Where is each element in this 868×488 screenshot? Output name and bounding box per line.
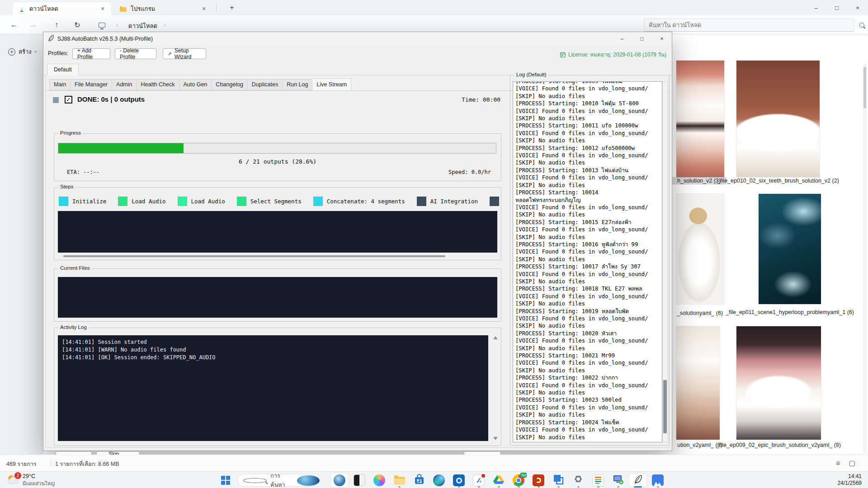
scroll-down-icon[interactable] xyxy=(493,437,498,440)
taskbar-settings[interactable] xyxy=(570,474,587,487)
explorer-tab-programs[interactable]: โปรแกรม × xyxy=(114,2,212,15)
desktop: ↓ ดาวน์โหลด × โปรแกรม × + – □ × ← → ↑ ↻ … xyxy=(0,0,868,488)
explorer-tab-downloads[interactable]: ↓ ดาวน์โหลด × xyxy=(13,2,111,15)
search-icon xyxy=(859,23,864,28)
maximize-button[interactable]: □ xyxy=(826,0,847,15)
taskbar-m-app[interactable] xyxy=(649,474,666,487)
step-color-swatch xyxy=(118,197,127,206)
taskbar-outlook[interactable] xyxy=(450,474,467,487)
tab-changelog[interactable]: Changelog xyxy=(212,79,247,90)
list-view-icon[interactable]: ≡ xyxy=(836,459,840,467)
remote-pc-icon xyxy=(613,474,624,487)
tab-live-stream[interactable]: Live Stream xyxy=(312,78,351,90)
up-icon[interactable]: ↑ xyxy=(51,19,62,30)
item-count: 469 รายการ xyxy=(6,460,37,469)
close-button[interactable]: × xyxy=(652,32,672,46)
autobatch-titlebar[interactable]: SJ88 AutoBatch v26.5.3 (Multi-Profile) –… xyxy=(43,32,672,46)
contrast-app-icon xyxy=(354,474,365,486)
tab-auto-gen[interactable]: Auto Gen xyxy=(179,79,212,90)
stop-indicator-icon[interactable] xyxy=(53,97,59,103)
mountain-app-icon xyxy=(652,474,664,486)
refresh-icon[interactable]: ↻ xyxy=(71,19,83,30)
progress-bar xyxy=(58,143,496,154)
tab-file-manager[interactable]: File Manager xyxy=(71,79,112,90)
tab-main[interactable]: Main xyxy=(49,79,71,90)
taskbar-edge[interactable] xyxy=(430,474,448,487)
notification-badge: 2 xyxy=(14,472,21,479)
forward-icon[interactable]: → xyxy=(27,19,39,30)
taskbar-copilot[interactable] xyxy=(371,474,388,487)
breadcrumb[interactable]: ดาวน์โหลด xyxy=(128,21,157,31)
this-pc-icon[interactable] xyxy=(96,19,108,30)
log-scrollbar-thumb[interactable] xyxy=(663,380,667,433)
tab-duplicates[interactable]: Duplicates xyxy=(248,79,283,90)
powerpoint-icon xyxy=(533,474,544,486)
explorer-window-controls: – □ × xyxy=(806,0,868,15)
step-chip: Load Audio xyxy=(118,197,165,206)
log-scrollbar[interactable] xyxy=(662,81,668,442)
activity-log-scrollbar[interactable] xyxy=(492,336,498,440)
weather-widget[interactable]: 2 29°C มีแดดส่วนใหญ่ xyxy=(6,473,55,488)
start-button[interactable] xyxy=(217,474,234,487)
back-icon[interactable]: ← xyxy=(8,19,20,30)
close-button[interactable]: × xyxy=(847,0,868,15)
tab-admin[interactable]: Admin xyxy=(112,79,137,90)
file-thumbnail-teeth-partial[interactable] xyxy=(676,326,720,440)
explorer-search-input[interactable] xyxy=(649,22,849,28)
taskbar-powerpoint[interactable] xyxy=(530,474,547,487)
tab-run-log[interactable]: Run Log xyxy=(283,79,312,90)
taskbar-app-contrast[interactable] xyxy=(351,474,368,487)
steps-horizontal-scrollbar[interactable] xyxy=(63,255,445,257)
taskbar-frames-app[interactable] xyxy=(550,474,567,487)
taskbar-remote-pc[interactable] xyxy=(609,474,627,487)
tab-health-check[interactable]: Health Check xyxy=(137,79,179,90)
gear-icon xyxy=(573,474,584,487)
activity-log-console[interactable]: [14:41:01] Session started [14:41:01] [W… xyxy=(58,335,488,441)
profile-tab-default[interactable]: Default xyxy=(47,64,79,75)
outlook-icon xyxy=(453,474,465,486)
step-chip: Concatenate: 4 segments xyxy=(313,197,405,206)
new-button[interactable]: + สร้าง › xyxy=(8,47,37,56)
details-view-icon[interactable]: ▢ xyxy=(849,459,855,467)
minimize-button[interactable]: – xyxy=(612,32,632,46)
store-icon xyxy=(414,474,425,487)
file-thumbnail-xray-teeth[interactable] xyxy=(759,194,821,304)
minimize-button[interactable]: – xyxy=(806,0,826,15)
file-thumbnail-teeth-macro[interactable] xyxy=(736,326,821,440)
explorer-search[interactable] xyxy=(644,19,854,32)
file-label[interactable]: _file_ep010_02_six_teeth_brush_solution_… xyxy=(710,178,846,184)
file-label[interactable]: _solutionyaml_ (6) xyxy=(668,310,731,316)
file-label[interactable]: _file_ep009_02_epic_brush_solution_v2yam… xyxy=(711,442,846,448)
taskbar-store[interactable] xyxy=(410,474,428,487)
setup-wizard-button[interactable]: Setup Wizard xyxy=(163,48,206,59)
running-indicator xyxy=(557,486,560,488)
file-thumbnail-tooth-figure[interactable] xyxy=(676,194,724,304)
taskbar-docs-pin-app[interactable] xyxy=(470,474,487,487)
profiles-toolbar: Profiles: + Add Profile - Delete Profile… xyxy=(43,46,672,62)
taskbar-app-photo[interactable] xyxy=(331,474,348,487)
new-tab-button[interactable]: + xyxy=(226,4,238,14)
done-checkbox[interactable]: ✓ xyxy=(65,96,72,103)
taskbar-file-explorer[interactable] xyxy=(391,474,408,487)
search-highlight-image[interactable] xyxy=(297,475,320,486)
taskbar-autobatch[interactable] xyxy=(629,474,646,487)
taskbar-notes-app[interactable] xyxy=(590,474,607,487)
autobatch-window-controls: – □ × xyxy=(612,32,672,46)
tab-close-icon[interactable]: × xyxy=(200,5,208,12)
tab-close-icon[interactable]: × xyxy=(99,5,107,12)
scroll-up-icon[interactable] xyxy=(493,336,498,339)
maximize-button[interactable]: □ xyxy=(632,32,652,46)
taskbar-search[interactable]: การค้นหา xyxy=(237,474,321,487)
log-console[interactable]: [PROCESS] Starting: 10009 ไฟพัดลม [VOICE… xyxy=(513,81,662,442)
taskbar-clock[interactable]: 14:41 24/1/2569 xyxy=(838,473,862,487)
delete-profile-button[interactable]: - Delete Profile xyxy=(115,48,156,59)
taskbar-chrome[interactable]: SJ xyxy=(510,474,527,487)
add-profile-button[interactable]: + Add Profile xyxy=(72,48,110,59)
taskbar-google-drive[interactable] xyxy=(490,474,507,487)
file-label[interactable]: _file_ep011_scene1_hyperloop_problemyaml… xyxy=(724,309,855,315)
explorer-tabstrip: ↓ ดาวน์โหลด × โปรแกรม × + – □ × xyxy=(0,0,868,15)
file-thumbnail-six-teeth[interactable] xyxy=(736,61,820,177)
file-thumbnail-teeth-closeup[interactable] xyxy=(676,61,724,177)
chrome-profile-badge: SJ xyxy=(520,473,527,478)
file-pane-scrollbar[interactable] xyxy=(863,63,867,454)
